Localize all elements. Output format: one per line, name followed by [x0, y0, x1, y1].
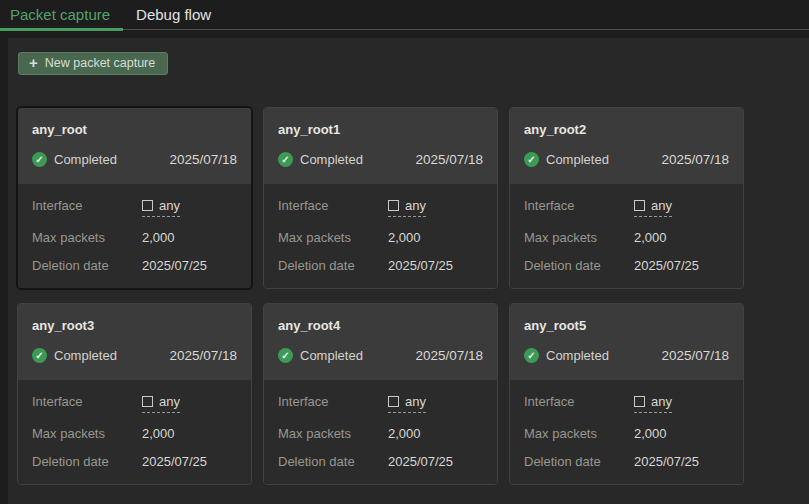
status-label: Completed: [546, 151, 609, 168]
capture-card-body: Interface any Max packets 2,000 Deletion…: [264, 184, 497, 288]
deletion-date-label: Deletion date: [278, 258, 388, 273]
capture-name: any_root: [32, 122, 237, 138]
completed-check-icon: ✓: [32, 348, 47, 363]
capture-card-body: Interface any Max packets 2,000 Deletion…: [264, 380, 497, 484]
interface-value-chip[interactable]: any: [142, 394, 180, 413]
interface-value-chip[interactable]: any: [388, 198, 426, 217]
completed-check-icon: ✓: [524, 152, 539, 167]
checkbox-icon: [142, 396, 153, 407]
interface-value: any: [651, 198, 672, 213]
completed-check-icon: ✓: [278, 348, 293, 363]
status-date: 2025/07/18: [661, 151, 729, 168]
interface-value: any: [405, 198, 426, 213]
deletion-date-value: 2025/07/25: [634, 454, 699, 469]
status-label: Completed: [546, 347, 609, 364]
status-label: Completed: [300, 151, 363, 168]
completed-check-icon: ✓: [32, 152, 47, 167]
checkbox-icon: [388, 200, 399, 211]
deletion-date-row: Deletion date 2025/07/25: [524, 258, 729, 273]
capture-card-header: any_root2 ✓ Completed 2025/07/18: [510, 108, 743, 184]
capture-card-body: Interface any Max packets 2,000 Deletion…: [510, 184, 743, 288]
checkbox-icon: [634, 200, 645, 211]
status-date: 2025/07/18: [415, 151, 483, 168]
interface-value-chip[interactable]: any: [634, 394, 672, 413]
max-packets-row: Max packets 2,000: [278, 230, 483, 245]
status-date: 2025/07/18: [169, 151, 237, 168]
checkbox-icon: [634, 396, 645, 407]
capture-card[interactable]: any_root5 ✓ Completed 2025/07/18 Interfa…: [509, 303, 744, 485]
interface-row: Interface any: [32, 198, 237, 217]
deletion-date-label: Deletion date: [524, 454, 634, 469]
max-packets-label: Max packets: [32, 230, 142, 245]
max-packets-row: Max packets 2,000: [32, 426, 237, 441]
interface-label: Interface: [32, 394, 142, 409]
max-packets-row: Max packets 2,000: [32, 230, 237, 245]
interface-label: Interface: [278, 394, 388, 409]
capture-card[interactable]: any_root2 ✓ Completed 2025/07/18 Interfa…: [509, 107, 744, 289]
capture-name: any_root1: [278, 122, 483, 138]
deletion-date-value: 2025/07/25: [142, 454, 207, 469]
capture-name: any_root4: [278, 318, 483, 334]
status-row: ✓ Completed 2025/07/18: [278, 347, 483, 364]
tab-bar: Packet capture Debug flow: [0, 0, 809, 30]
deletion-date-row: Deletion date 2025/07/25: [524, 454, 729, 469]
interface-value-chip[interactable]: any: [634, 198, 672, 217]
capture-card[interactable]: any_root3 ✓ Completed 2025/07/18 Interfa…: [17, 303, 252, 485]
checkbox-icon: [388, 396, 399, 407]
max-packets-value: 2,000: [634, 426, 667, 441]
capture-card-header: any_root5 ✓ Completed 2025/07/18: [510, 304, 743, 380]
status-row: ✓ Completed 2025/07/18: [32, 347, 237, 364]
deletion-date-row: Deletion date 2025/07/25: [32, 454, 237, 469]
max-packets-value: 2,000: [634, 230, 667, 245]
interface-value: any: [405, 394, 426, 409]
deletion-date-label: Deletion date: [32, 454, 142, 469]
interface-value: any: [159, 198, 180, 213]
interface-label: Interface: [278, 198, 388, 213]
interface-label: Interface: [32, 198, 142, 213]
max-packets-row: Max packets 2,000: [524, 230, 729, 245]
capture-card-body: Interface any Max packets 2,000 Deletion…: [510, 380, 743, 484]
deletion-date-value: 2025/07/25: [388, 258, 453, 273]
capture-card[interactable]: any_root1 ✓ Completed 2025/07/18 Interfa…: [263, 107, 498, 289]
status-date: 2025/07/18: [415, 347, 483, 364]
interface-label: Interface: [524, 394, 634, 409]
deletion-date-value: 2025/07/25: [142, 258, 207, 273]
capture-name: any_root3: [32, 318, 237, 334]
max-packets-row: Max packets 2,000: [524, 426, 729, 441]
completed-check-icon: ✓: [524, 348, 539, 363]
interface-value: any: [159, 394, 180, 409]
max-packets-label: Max packets: [524, 426, 634, 441]
status-label: Completed: [54, 347, 117, 364]
max-packets-value: 2,000: [388, 230, 421, 245]
status-row: ✓ Completed 2025/07/18: [278, 151, 483, 168]
deletion-date-label: Deletion date: [278, 454, 388, 469]
deletion-date-value: 2025/07/25: [634, 258, 699, 273]
max-packets-label: Max packets: [278, 230, 388, 245]
max-packets-value: 2,000: [388, 426, 421, 441]
interface-row: Interface any: [524, 394, 729, 413]
deletion-date-row: Deletion date 2025/07/25: [278, 258, 483, 273]
deletion-date-label: Deletion date: [32, 258, 142, 273]
capture-name: any_root5: [524, 318, 729, 334]
max-packets-label: Max packets: [524, 230, 634, 245]
packet-capture-panel: + New packet capture any_root ✓ Complete…: [8, 38, 809, 504]
max-packets-label: Max packets: [278, 426, 388, 441]
tab-debug-flow[interactable]: Debug flow: [123, 0, 224, 29]
interface-row: Interface any: [278, 394, 483, 413]
interface-value-chip[interactable]: any: [142, 198, 180, 217]
interface-row: Interface any: [524, 198, 729, 217]
new-packet-capture-button[interactable]: + New packet capture: [18, 52, 168, 75]
completed-check-icon: ✓: [278, 152, 293, 167]
max-packets-label: Max packets: [32, 426, 142, 441]
deletion-date-value: 2025/07/25: [388, 454, 453, 469]
capture-card-header: any_root3 ✓ Completed 2025/07/18: [18, 304, 251, 380]
capture-name: any_root2: [524, 122, 729, 138]
interface-value-chip[interactable]: any: [388, 394, 426, 413]
status-row: ✓ Completed 2025/07/18: [32, 151, 237, 168]
status-date: 2025/07/18: [661, 347, 729, 364]
interface-row: Interface any: [32, 394, 237, 413]
tab-packet-capture[interactable]: Packet capture: [0, 0, 123, 29]
capture-card[interactable]: any_root ✓ Completed 2025/07/18 Interfac…: [17, 107, 252, 289]
status-row: ✓ Completed 2025/07/18: [524, 151, 729, 168]
capture-card[interactable]: any_root4 ✓ Completed 2025/07/18 Interfa…: [263, 303, 498, 485]
